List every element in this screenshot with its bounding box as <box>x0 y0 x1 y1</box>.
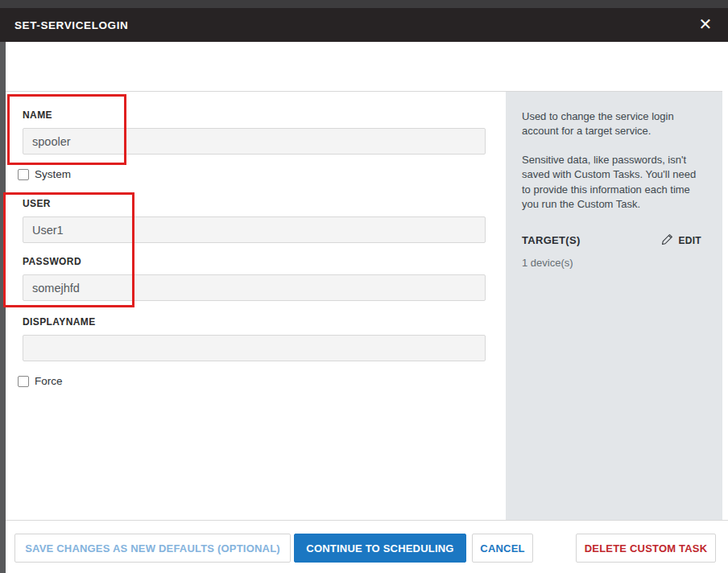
info-sidebar: Used to change the service login account… <box>506 92 722 520</box>
targets-row: TARGET(S) EDIT <box>522 233 701 248</box>
system-checkbox-row: System <box>18 168 71 180</box>
wizard-stepper: Select targets 2 Configure setup 3 Sched… <box>6 42 722 92</box>
displayname-input[interactable] <box>23 335 486 361</box>
cancel-button[interactable]: CANCEL <box>472 534 533 563</box>
delete-custom-task-button[interactable]: DELETE CUSTOM TASK <box>576 534 716 563</box>
dialog-header: SET-SERVICELOGIN ✕ <box>0 8 728 42</box>
edit-targets-button[interactable]: EDIT <box>661 233 701 248</box>
edit-label: EDIT <box>678 235 701 246</box>
sidebar-description-1: Used to change the service login account… <box>522 109 701 139</box>
targets-heading: TARGET(S) <box>522 234 581 246</box>
system-checkbox[interactable] <box>18 169 29 180</box>
force-checkbox[interactable] <box>18 376 29 387</box>
dialog-footer: SAVE CHANGES AS NEW DEFAULTS (OPTIONAL) … <box>6 520 728 573</box>
sidebar-description-2: Sensitive data, like passwords, isn't sa… <box>522 153 701 212</box>
displayname-label: DISPLAYNAME <box>23 316 96 328</box>
save-defaults-button[interactable]: SAVE CHANGES AS NEW DEFAULTS (OPTIONAL) <box>14 534 291 563</box>
annotation-box-user-password-fields <box>3 192 134 307</box>
close-icon[interactable]: ✕ <box>693 11 718 37</box>
force-checkbox-label: Force <box>35 375 63 387</box>
force-checkbox-row: Force <box>18 375 63 387</box>
devices-count: 1 device(s) <box>522 257 701 269</box>
system-checkbox-label: System <box>35 168 71 180</box>
background-app-strip <box>0 0 728 8</box>
annotation-box-name-field <box>7 94 126 165</box>
continue-to-scheduling-button[interactable]: CONTINUE TO SCHEDULING <box>294 534 466 563</box>
pencil-icon <box>661 233 673 248</box>
dialog-title: SET-SERVICELOGIN <box>14 19 128 31</box>
